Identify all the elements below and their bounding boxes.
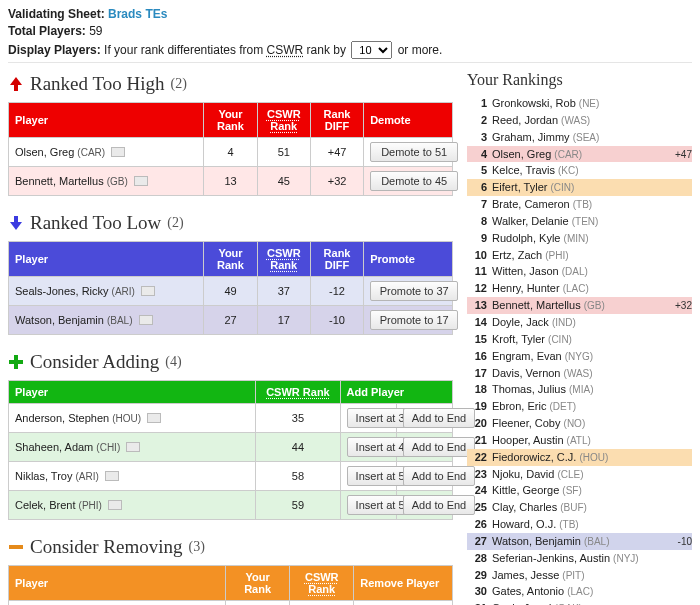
table-row: Watson, Benjamin (BAL) 27 17 -10 Promote… [9, 306, 453, 335]
ranking-item[interactable]: 20 Fleener, Coby (NO) [467, 415, 692, 432]
rank-player: Hooper, Austin (ATL) [492, 433, 662, 448]
ranking-item[interactable]: 28 Seferian-Jenkins, Austin (NYJ) [467, 550, 692, 567]
your-rank: 49 [204, 277, 257, 306]
col-demote: Demote [364, 103, 453, 138]
rank-number: 21 [467, 433, 487, 448]
card-icon[interactable] [134, 176, 148, 186]
rank-number: 2 [467, 113, 487, 128]
ranking-item[interactable]: 2 Reed, Jordan (WAS) [467, 112, 692, 129]
append-button[interactable]: Add to End [403, 408, 475, 428]
demote-button[interactable]: Demote to 51 [370, 142, 458, 162]
demote-button[interactable]: Demote to 45 [370, 171, 458, 191]
rank-player: Kroft, Tyler (CIN) [492, 332, 662, 347]
section-low-title: Ranked Too Low (2) [8, 212, 453, 234]
ranking-item[interactable]: 5 Kelce, Travis (KC) [467, 162, 692, 179]
ranking-item[interactable]: 23 Njoku, David (CLE) [467, 466, 692, 483]
ranking-item[interactable]: 7 Brate, Cameron (TB) [467, 196, 692, 213]
rank-number: 15 [467, 332, 487, 347]
ranking-item[interactable]: 16 Engram, Evan (NYG) [467, 348, 692, 365]
rank-number: 25 [467, 500, 487, 515]
rank-player: Davis, Vernon (WAS) [492, 366, 662, 381]
cswr-rank: 35 [256, 404, 340, 433]
rank-player: James, Jesse (PIT) [492, 568, 662, 583]
svg-rect-2 [9, 545, 23, 549]
rank-number: 9 [467, 231, 487, 246]
ranking-item[interactable]: 11 Witten, Jason (DAL) [467, 263, 692, 280]
rank-player: Gronkowski, Rob (NE) [492, 96, 662, 111]
card-icon[interactable] [147, 413, 161, 423]
table-row: Eifert, Tyler CIN 6 85 Remove Demote to … [9, 601, 453, 606]
ranking-item[interactable]: 8 Walker, Delanie (TEN) [467, 213, 692, 230]
card-icon[interactable] [108, 500, 122, 510]
col-add: Add Player [340, 381, 452, 404]
rank-diff: +32 [310, 167, 363, 196]
col-remove: Remove Player [354, 566, 453, 601]
sheet-name: Brads TEs [108, 7, 167, 21]
plus-icon [8, 354, 24, 370]
append-button[interactable]: Add to End [403, 466, 475, 486]
card-icon[interactable] [111, 147, 125, 157]
rank-diff: -12 [310, 277, 363, 306]
append-button[interactable]: Add to End [403, 495, 475, 515]
card-icon[interactable] [139, 315, 153, 325]
rank-number: 7 [467, 197, 487, 212]
player-cell: Shaheen, Adam (CHI) [9, 433, 256, 462]
rank-diff: -10 [662, 535, 692, 549]
rank-player: Njoku, David (CLE) [492, 467, 662, 482]
display-line: Display Players: If your rank differenti… [8, 41, 692, 59]
ranking-item[interactable]: 9 Rudolph, Kyle (MIN) [467, 230, 692, 247]
cswr-rank: 85 [290, 601, 354, 606]
rank-number: 5 [467, 163, 487, 178]
ranking-item[interactable]: 25 Clay, Charles (BUF) [467, 499, 692, 516]
ranking-item[interactable]: 12 Henry, Hunter (LAC) [467, 280, 692, 297]
card-icon[interactable] [105, 471, 119, 481]
rank-player: Clay, Charles (BUF) [492, 500, 662, 515]
promote-button[interactable]: Promote to 37 [370, 281, 458, 301]
rank-number: 26 [467, 517, 487, 532]
table-add: Player CSWR Rank Add Player Anderson, St… [8, 380, 453, 520]
ranking-item[interactable]: 6 Eifert, Tyler (CIN) [467, 179, 692, 196]
arrow-down-icon [8, 215, 24, 231]
rank-player: Kittle, George (SF) [492, 483, 662, 498]
card-icon[interactable] [141, 286, 155, 296]
ranking-item[interactable]: 14 Doyle, Jack (IND) [467, 314, 692, 331]
ranking-item[interactable]: 29 James, Jesse (PIT) [467, 567, 692, 584]
rank-player: Kelce, Travis (KC) [492, 163, 662, 178]
validating-line: Validating Sheet: Brads TEs [8, 7, 692, 21]
ranking-item[interactable]: 17 Davis, Vernon (WAS) [467, 365, 692, 382]
append-button[interactable]: Add to End [403, 437, 475, 457]
ranking-item[interactable]: 31 Cook, Jared (OAK) [467, 600, 692, 605]
rank-player: Gates, Antonio (LAC) [492, 584, 662, 599]
ranking-item[interactable]: 19 Ebron, Eric (DET) [467, 398, 692, 415]
ranking-item[interactable]: 15 Kroft, Tyler (CIN) [467, 331, 692, 348]
rank-number: 28 [467, 551, 487, 566]
rank-player: Howard, O.J. (TB) [492, 517, 662, 532]
rank-diff: +47 [310, 138, 363, 167]
ranking-item[interactable]: 4 Olsen, Greg (CAR) +47 [467, 146, 692, 163]
card-icon[interactable] [126, 442, 140, 452]
total-line: Total Players: 59 [8, 24, 692, 38]
col-your-rank: Your Rank [204, 242, 257, 277]
ranking-item[interactable]: 21 Hooper, Austin (ATL) [467, 432, 692, 449]
rank-player: Reed, Jordan (WAS) [492, 113, 662, 128]
your-rank: 27 [204, 306, 257, 335]
ranking-item[interactable]: 26 Howard, O.J. (TB) [467, 516, 692, 533]
ranking-item[interactable]: 30 Gates, Antonio (LAC) [467, 583, 692, 600]
cswr-rank: 59 [256, 491, 340, 520]
ranking-item[interactable]: 24 Kittle, George (SF) [467, 482, 692, 499]
ranking-item[interactable]: 1 Gronkowski, Rob (NE) [467, 95, 692, 112]
ranking-item[interactable]: 18 Thomas, Julius (MIA) [467, 381, 692, 398]
ranking-item[interactable]: 13 Bennett, Martellus (GB) +32 [467, 297, 692, 314]
ranking-item[interactable]: 3 Graham, Jimmy (SEA) [467, 129, 692, 146]
rank-player: Walker, Delanie (TEN) [492, 214, 662, 229]
ranking-item[interactable]: 22 Fiedorowicz, C.J. (HOU) [467, 449, 692, 466]
rank-diff-select[interactable]: 10 [351, 41, 392, 59]
col-cswr-rank: CSWR Rank [290, 566, 354, 601]
ranking-item[interactable]: 10 Ertz, Zach (PHI) [467, 247, 692, 264]
rank-number: 16 [467, 349, 487, 364]
rank-number: 13 [467, 298, 487, 313]
ranking-item[interactable]: 27 Watson, Benjamin (BAL) -10 [467, 533, 692, 550]
col-player: Player [9, 566, 226, 601]
promote-button[interactable]: Promote to 17 [370, 310, 458, 330]
divider [8, 62, 692, 63]
